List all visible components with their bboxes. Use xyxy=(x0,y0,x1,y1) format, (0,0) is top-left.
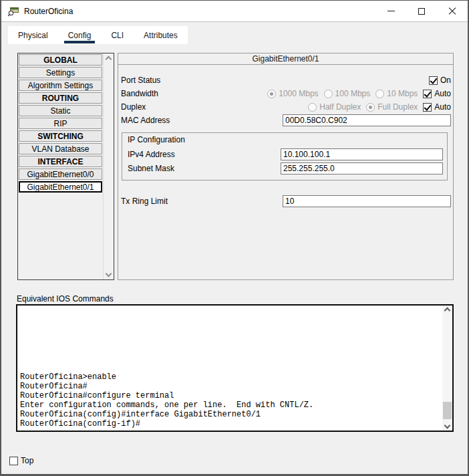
sidebar-item[interactable]: ROUTING xyxy=(19,92,102,104)
close-button[interactable] xyxy=(437,1,468,21)
terminal-line: Enter configuration commands, one per li… xyxy=(20,400,441,410)
bandwidth-options: 1000 Mbps 100 Mbps 10 Mbps xyxy=(267,89,423,98)
router-config-window: RouterOficina Physical Config CLI Attrib… xyxy=(0,0,469,476)
ipv4-address-row: IPv4 Address xyxy=(128,148,443,160)
duplex-auto-control: Auto xyxy=(423,102,451,112)
mac-address-input[interactable] xyxy=(283,114,451,126)
sidebar-item[interactable]: RIP xyxy=(19,118,102,129)
config-sidebar: GLOBAL Settings Algorithm Settings ROUTI… xyxy=(17,53,114,280)
interface-panel: GigabitEthernet0/1 Port Status On Bandwi… xyxy=(118,53,454,280)
titlebar: RouterOficina xyxy=(1,1,468,22)
bandwidth-auto-checkbox[interactable] xyxy=(423,90,432,98)
sidebar-item[interactable]: SWITCHING xyxy=(19,130,102,142)
port-status-on-label: On xyxy=(440,76,451,85)
scroll-down-icon[interactable] xyxy=(444,423,451,429)
subnet-mask-label: Subnet Mask xyxy=(128,164,281,173)
scroll-down-icon[interactable] xyxy=(106,271,112,277)
window-controls xyxy=(375,1,468,21)
duplex-options: Half Duplex Full Duplex xyxy=(308,102,423,112)
bandwidth-radio-option: 1000 Mbps xyxy=(267,89,318,98)
sidebar-scrollbar[interactable] xyxy=(103,53,114,279)
ip-configuration-group: IP Configuration IPv4 Address Subnet Mas… xyxy=(122,132,448,181)
radio-label: Half Duplex xyxy=(319,102,361,112)
terminal-line: RouterOficina(config-if)# xyxy=(20,419,441,429)
duplex-auto-label: Auto xyxy=(434,102,451,112)
sidebar-item[interactable]: GLOBAL xyxy=(19,54,102,66)
terminal-line: RouterOficina(config)#interface GigabitE… xyxy=(20,410,441,419)
radio-label: Full Duplex xyxy=(377,102,418,112)
ios-commands-label: Equivalent IOS Commands xyxy=(17,294,468,304)
ios-commands-terminal: RouterOficina>enable RouterOficina# Rout… xyxy=(16,304,454,432)
terminal-output: RouterOficina>enable RouterOficina# Rout… xyxy=(17,306,442,431)
tab[interactable]: CLI xyxy=(101,26,134,44)
tab-bar: Physical Config CLI Attributes xyxy=(1,22,468,44)
scrollbar-thumb[interactable] xyxy=(443,402,452,419)
port-status-control: On xyxy=(429,76,451,85)
maximize-icon xyxy=(418,8,425,15)
router-device-icon xyxy=(7,6,19,17)
radio-icon xyxy=(267,90,276,98)
sidebar-item[interactable]: Static xyxy=(19,105,102,116)
window-title: RouterOficina xyxy=(24,7,73,16)
minimize-button[interactable] xyxy=(375,1,406,21)
sidebar-item[interactable]: Settings xyxy=(19,67,102,78)
tx-ring-limit-row: Tx Ring Limit xyxy=(121,195,451,208)
radio-icon xyxy=(375,90,384,98)
mac-address-label: MAC Address xyxy=(121,116,283,125)
sidebar-item[interactable]: VLAN Database xyxy=(19,143,102,154)
ip-configuration-title: IP Configuration xyxy=(128,135,443,144)
interface-panel-title: GigabitEthernet0/1 xyxy=(118,53,453,65)
port-status-row: Port Status On xyxy=(121,74,451,87)
close-icon xyxy=(448,7,456,15)
top-checkbox[interactable] xyxy=(9,457,18,465)
duplex-radio-option: Half Duplex xyxy=(308,102,361,112)
minimize-icon xyxy=(387,11,395,11)
tab-strip: Physical Config CLI Attributes xyxy=(8,26,188,44)
interface-panel-body: Port Status On Bandwidth 1000 Mbps xyxy=(118,65,453,208)
mac-address-row: MAC Address xyxy=(121,114,451,127)
port-status-label: Port Status xyxy=(121,76,429,85)
duplex-row: Duplex Half Duplex Full Duplex xyxy=(121,100,451,114)
maximize-button[interactable] xyxy=(406,1,437,21)
bandwidth-radio-option: 10 Mbps xyxy=(375,89,418,98)
sidebar-item[interactable]: Algorithm Settings xyxy=(19,80,102,91)
scroll-up-icon[interactable] xyxy=(106,56,112,63)
tab[interactable]: Attributes xyxy=(134,26,188,44)
ipv4-address-label: IPv4 Address xyxy=(128,150,281,159)
sidebar-item[interactable]: GigabitEthernet0/0 xyxy=(19,168,102,180)
bandwidth-row: Bandwidth 1000 Mbps 100 Mbps xyxy=(121,87,451,100)
radio-icon xyxy=(324,90,333,98)
bottom-bar: Top xyxy=(9,456,468,465)
duplex-auto-checkbox[interactable] xyxy=(423,103,432,112)
radio-icon xyxy=(308,103,317,112)
radio-label: 10 Mbps xyxy=(387,89,418,98)
subnet-mask-input[interactable] xyxy=(281,162,443,174)
tab[interactable]: Config xyxy=(58,26,102,44)
duplex-radio-option: Full Duplex xyxy=(366,102,418,112)
sidebar-item[interactable]: INTERFACE xyxy=(19,156,102,167)
ipv4-address-input[interactable] xyxy=(281,148,443,160)
bandwidth-radio-option: 100 Mbps xyxy=(324,89,371,98)
radio-label: 1000 Mbps xyxy=(279,89,318,98)
port-status-checkbox[interactable] xyxy=(429,76,438,85)
sidebar-list: GLOBAL Settings Algorithm Settings ROUTI… xyxy=(18,53,103,279)
terminal-line: RouterOficina# xyxy=(20,382,441,391)
tx-ring-limit-input[interactable] xyxy=(283,195,451,207)
tx-ring-limit-label: Tx Ring Limit xyxy=(121,197,283,206)
terminal-line: RouterOficina>enable xyxy=(20,372,441,382)
scroll-up-icon[interactable] xyxy=(444,308,451,314)
duplex-label: Duplex xyxy=(121,102,308,112)
bandwidth-label: Bandwidth xyxy=(121,89,267,98)
radio-label: 100 Mbps xyxy=(335,89,371,98)
sidebar-item[interactable]: GigabitEthernet0/1 xyxy=(19,181,102,193)
bandwidth-auto-label: Auto xyxy=(434,89,451,98)
radio-icon xyxy=(366,103,375,112)
subnet-mask-row: Subnet Mask xyxy=(128,162,443,174)
config-area: GLOBAL Settings Algorithm Settings ROUTI… xyxy=(17,53,454,280)
top-checkbox-label: Top xyxy=(21,456,33,465)
bandwidth-auto-control: Auto xyxy=(423,89,451,98)
tab[interactable]: Physical xyxy=(8,26,58,44)
terminal-line: RouterOficina#configure terminal xyxy=(20,391,441,400)
terminal-scrollbar[interactable] xyxy=(442,306,452,431)
